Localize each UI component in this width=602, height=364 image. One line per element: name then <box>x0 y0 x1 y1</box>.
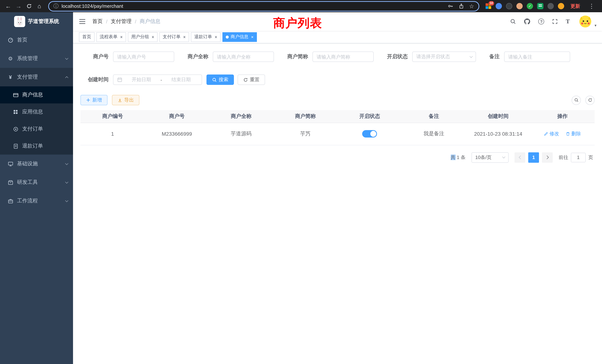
sidebar-item-workflow[interactable]: 工作流程 <box>0 192 73 210</box>
sidebar-item-merchant-info[interactable]: 商户信息 <box>0 86 73 103</box>
app-logo[interactable]: 芋道管理系统 <box>0 12 73 31</box>
sidebar-toggle-button[interactable] <box>79 19 86 24</box>
show-search-button[interactable] <box>572 96 581 105</box>
font-size-icon[interactable]: T <box>566 18 570 25</box>
sidebar-item-app-info[interactable]: 应用信息 <box>0 103 73 120</box>
browser-reload-button[interactable] <box>24 1 34 11</box>
chevron-down-icon <box>470 55 473 58</box>
sidebar-item-pay[interactable]: ¥ 支付管理 <box>0 68 73 86</box>
search-button[interactable]: 搜索 <box>206 75 234 85</box>
prev-page-button[interactable] <box>515 152 525 162</box>
password-key-icon[interactable] <box>448 3 453 9</box>
extension-avatar-icon[interactable] <box>516 3 523 9</box>
close-icon[interactable]: × <box>120 35 123 39</box>
page-size-select[interactable]: 10条/页 <box>472 152 509 162</box>
filter-remark: 备注 <box>489 52 570 62</box>
sidebar-item-label: 研发工具 <box>17 179 38 186</box>
cell-status <box>337 123 402 145</box>
extension-grid-icon[interactable]: 10 <box>485 3 492 9</box>
edit-button[interactable]: 修改 <box>544 130 559 137</box>
plus-icon <box>86 98 90 102</box>
chevron-up-icon <box>65 76 68 79</box>
filter-short-name: 商户简称 <box>287 52 374 62</box>
sidebar-item-refund-order[interactable]: 退款订单 <box>0 138 73 155</box>
close-icon[interactable]: × <box>215 35 217 39</box>
remark-input[interactable] <box>504 52 570 62</box>
breadcrumb-section[interactable]: 支付管理 <box>111 18 132 25</box>
sidebar-item-label: 基础设施 <box>17 161 38 167</box>
table-row: 1 M233666999 芋道源码 芋艿 我是备注 2021-10-23 08:… <box>80 123 595 145</box>
sidebar-item-label: 商户信息 <box>22 92 43 98</box>
total-count: 共 1 条 <box>451 154 466 161</box>
sidebar-item-infra[interactable]: 基础设施 <box>0 155 73 173</box>
monitor-icon <box>7 161 13 167</box>
tag-user-group[interactable]: 用户分组 × <box>128 32 158 42</box>
tag-refund-order[interactable]: 退款订单 × <box>191 32 221 42</box>
tag-merchant-info[interactable]: 商户信息 × <box>222 32 257 42</box>
user-avatar[interactable]: ▾ <box>579 15 592 28</box>
merchant-no-input[interactable] <box>113 52 174 62</box>
tag-pay-order[interactable]: 支付订单 × <box>159 32 189 42</box>
extension-knot-icon[interactable] <box>548 3 554 9</box>
cell-actions: 修改 删除 <box>530 123 595 145</box>
site-info-icon[interactable]: ⓘ <box>53 3 59 10</box>
browser-menu-button[interactable]: ⋮ <box>586 1 597 11</box>
next-page-button[interactable] <box>542 152 553 162</box>
tag-home[interactable]: 首页 <box>79 32 95 42</box>
tag-process-form[interactable]: 流程表单 × <box>96 32 126 42</box>
sidebar-item-home[interactable]: 首页 <box>0 31 73 49</box>
extension-check-icon[interactable]: ✓ <box>527 3 533 9</box>
status-select[interactable]: 请选择开启状态 <box>412 52 476 62</box>
close-icon[interactable]: × <box>152 35 154 39</box>
filter-full-name: 商户全称 <box>188 52 274 62</box>
browser-home-button[interactable]: ⌂ <box>34 1 44 11</box>
reset-button[interactable]: 重置 <box>238 75 265 85</box>
bookmark-star-icon[interactable]: ☆ <box>469 3 474 10</box>
screenshot-root: ← → ⌂ ⓘ localhost:1024/pay/merchant ☆ 10 <box>0 0 602 364</box>
browser-forward-button[interactable]: → <box>13 1 24 11</box>
sidebar-item-pay-order[interactable]: 支付订单 <box>0 120 73 138</box>
filter-label: 开启状态 <box>387 53 412 60</box>
goto-page: 前往 页 <box>559 152 593 162</box>
extension-badge: 10 <box>489 1 494 6</box>
extension-notes-icon[interactable] <box>537 3 543 9</box>
date-separator: - <box>161 77 162 83</box>
full-name-input[interactable] <box>213 52 274 62</box>
sidebar-item-system[interactable]: ⚙ 系统管理 <box>0 49 73 68</box>
search-icon[interactable] <box>510 19 516 24</box>
status-toggle[interactable] <box>362 130 377 138</box>
extension-dark-icon[interactable] <box>506 3 512 9</box>
goto-page-input[interactable] <box>571 152 586 162</box>
close-icon[interactable]: × <box>183 35 186 39</box>
page-1-button[interactable]: 1 <box>528 152 539 162</box>
filter-row-2: 创建时间 开始日期 - 结束日期 搜索 重置 <box>80 75 595 85</box>
close-icon[interactable]: × <box>251 35 254 39</box>
breadcrumb-home[interactable]: 首页 <box>92 18 103 25</box>
top-navbar: 首页 / 支付管理 / 商户信息 商户列表 ? <box>73 12 602 31</box>
share-icon[interactable] <box>458 3 464 9</box>
filter-label: 商户号 <box>80 53 113 60</box>
delete-button[interactable]: 删除 <box>566 130 581 137</box>
add-button[interactable]: 新增 <box>80 95 108 105</box>
address-bar[interactable]: ⓘ localhost:1024/pay/merchant ☆ <box>48 1 479 11</box>
cell-full-name: 芋道源码 <box>209 123 273 145</box>
extension-emoji-icon[interactable] <box>558 3 564 9</box>
short-name-input[interactable] <box>312 52 374 62</box>
calendar-icon <box>117 77 122 82</box>
github-icon[interactable] <box>524 18 531 25</box>
help-icon[interactable]: ? <box>538 19 544 24</box>
export-button[interactable]: 导出 <box>112 95 139 105</box>
col-status: 开启状态 <box>337 110 402 123</box>
refresh-table-button[interactable] <box>585 96 595 105</box>
chevron-down-icon <box>65 56 68 60</box>
browser-update-button[interactable]: 更新 <box>570 3 580 10</box>
extension-drop-icon[interactable] <box>496 3 502 9</box>
edit-icon <box>544 132 548 136</box>
sidebar-item-devtools[interactable]: 研发工具 <box>0 173 73 192</box>
fullscreen-icon[interactable] <box>552 19 558 24</box>
date-range-picker[interactable]: 开始日期 - 结束日期 <box>113 75 202 85</box>
filter-merchant-no: 商户号 <box>80 52 174 62</box>
browser-back-button[interactable]: ← <box>3 1 13 11</box>
url-text[interactable]: localhost:1024/pay/merchant <box>62 3 448 9</box>
filter-label: 商户简称 <box>287 53 312 60</box>
